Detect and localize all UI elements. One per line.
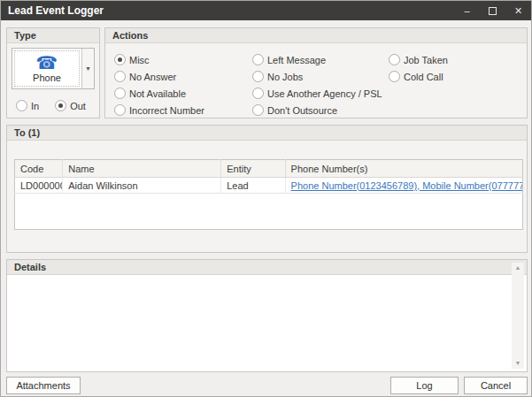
table-header-row: CodeNameEntityPhone Number(s) (15, 160, 523, 178)
to-group-header: To (1) (7, 126, 527, 141)
radio-label: Job Taken (404, 55, 448, 65)
direction-radio-group: InOut (16, 97, 94, 114)
scroll-up-icon[interactable]: ▲ (515, 263, 521, 273)
radio-circle-icon[interactable] (114, 54, 126, 65)
log-button[interactable]: Log (390, 377, 459, 394)
column-header-name[interactable]: Name (63, 160, 221, 178)
radio-use-another-agency-psl[interactable]: Use Another Agency / PSL (252, 85, 389, 102)
event-type-picker: ☎ Phone ▼ (12, 48, 95, 89)
close-button[interactable]: ✕ (505, 1, 531, 20)
details-group: Details ▲ ▼ (6, 259, 528, 372)
column-header-phone-number-s-[interactable]: Phone Number(s) (285, 160, 522, 178)
radio-label: Left Message (267, 55, 326, 65)
radio-don-t-outsource[interactable]: Don't Outsource (252, 102, 389, 118)
radio-circle-icon[interactable] (114, 88, 126, 99)
radio-circle-icon[interactable] (389, 54, 400, 65)
radio-circle-icon[interactable] (252, 88, 264, 99)
actions-group: Actions MiscNo AnswerNot AvailableIncorr… (104, 27, 528, 118)
recipients-table: CodeNameEntityPhone Number(s) LD000000..… (14, 159, 523, 230)
maximize-icon (489, 7, 497, 15)
details-scrollbar[interactable]: ▲ ▼ (512, 263, 524, 369)
to-group: To (1) CodeNameEntityPhone Number(s) LD0… (6, 125, 528, 253)
attachments-button[interactable]: Attachments (6, 377, 81, 394)
radio-label: Use Another Agency / PSL (267, 88, 382, 99)
radio-left-message[interactable]: Left Message (252, 51, 389, 68)
actions-column-2: Left MessageNo JobsUse Another Agency / … (252, 51, 389, 118)
event-type-dropdown-button[interactable]: ▼ (81, 49, 94, 88)
event-type-label: Phone (33, 73, 61, 83)
cell-entity: Lead (221, 178, 285, 194)
phone-icon: ☎ (36, 54, 58, 72)
cell-phones: Phone Number(0123456789), Mobile Number(… (285, 178, 522, 194)
window-title: Lead Event Logger (1, 4, 454, 17)
radio-label: Don't Outsource (267, 105, 337, 116)
column-header-entity[interactable]: Entity (221, 160, 285, 178)
lead-event-logger-dialog: Lead Event Logger – ✕ Type ☎ Phone ▼ InO… (0, 0, 532, 397)
cancel-button[interactable]: Cancel (464, 377, 528, 394)
radio-label: In (31, 101, 39, 111)
radio-circle-icon[interactable] (252, 104, 264, 116)
radio-circle-icon[interactable] (252, 71, 264, 82)
radio-label: Cold Call (404, 72, 443, 82)
radio-out[interactable]: Out (55, 97, 86, 114)
details-group-header: Details (7, 260, 527, 275)
radio-incorrect-number[interactable]: Incorrect Number (114, 102, 252, 118)
radio-label: Misc (129, 55, 150, 65)
minimize-icon: – (464, 5, 469, 16)
actions-column-1: MiscNo AnswerNot AvailableIncorrect Numb… (114, 51, 252, 118)
type-group-header: Type (7, 28, 99, 43)
table-body: LD000000...Aidan WilkinsonLeadPhone Numb… (15, 178, 523, 230)
cell-code: LD000000... (15, 178, 63, 194)
maximize-button[interactable] (480, 1, 505, 20)
table-row[interactable]: LD000000...Aidan WilkinsonLeadPhone Numb… (15, 178, 523, 194)
radio-circle-icon[interactable] (114, 104, 126, 116)
radio-in[interactable]: In (16, 97, 39, 114)
radio-no-answer[interactable]: No Answer (114, 68, 252, 85)
radio-circle-icon[interactable] (252, 54, 264, 65)
scroll-down-icon[interactable]: ▼ (515, 358, 521, 369)
radio-circle-icon[interactable] (389, 71, 400, 82)
radio-circle-icon[interactable] (55, 100, 66, 111)
chevron-down-icon: ▼ (85, 65, 91, 72)
table-empty-space (15, 194, 523, 230)
radio-job-taken[interactable]: Job Taken (389, 51, 448, 68)
radio-misc[interactable]: Misc (114, 51, 252, 68)
actions-group-header: Actions (105, 28, 527, 43)
type-group: Type ☎ Phone ▼ InOut (6, 27, 100, 118)
details-textarea[interactable] (7, 275, 527, 371)
radio-label: Not Available (129, 88, 186, 99)
radio-label: Out (70, 101, 86, 111)
radio-no-jobs[interactable]: No Jobs (252, 68, 389, 85)
event-type-button[interactable]: ☎ Phone (12, 49, 81, 88)
cell-name: Aidan Wilkinson (63, 178, 221, 194)
actions-column-3: Job TakenCold Call (389, 51, 448, 118)
titlebar: Lead Event Logger – ✕ (1, 1, 531, 20)
column-header-code[interactable]: Code (15, 160, 63, 178)
radio-cold-call[interactable]: Cold Call (389, 68, 448, 85)
radio-label: Incorrect Number (129, 105, 204, 116)
table-header: CodeNameEntityPhone Number(s) (15, 160, 523, 178)
radio-circle-icon[interactable] (114, 71, 126, 82)
radio-circle-icon[interactable] (16, 100, 27, 111)
radio-label: No Answer (129, 72, 176, 82)
phone-numbers-link[interactable]: Phone Number(0123456789), Mobile Number(… (291, 180, 523, 191)
actions-radio-columns: MiscNo AnswerNot AvailableIncorrect Numb… (114, 51, 523, 118)
radio-not-available[interactable]: Not Available (114, 85, 252, 102)
radio-label: No Jobs (267, 72, 303, 82)
minimize-button[interactable]: – (454, 1, 480, 20)
close-icon: ✕ (514, 5, 522, 17)
